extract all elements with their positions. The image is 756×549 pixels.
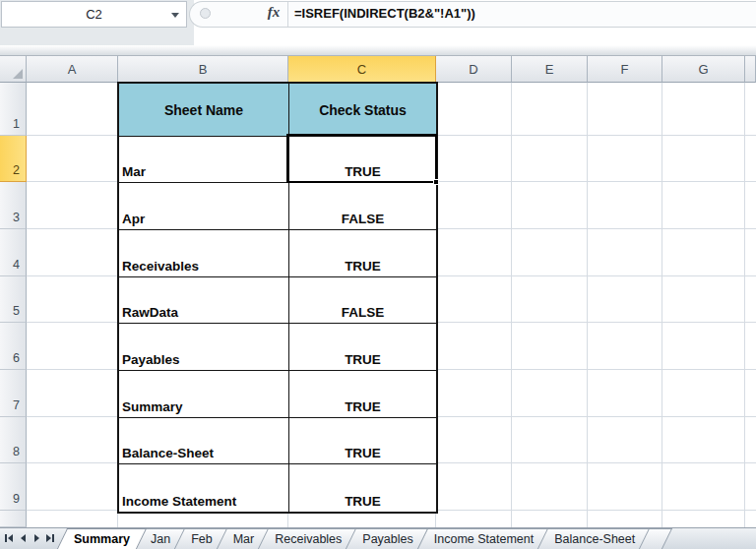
row-header-10-partial[interactable] bbox=[0, 511, 27, 527]
last-sheet-button[interactable] bbox=[44, 530, 56, 546]
row-header-4[interactable]: 4 bbox=[0, 229, 27, 276]
row-header-6[interactable]: 6 bbox=[0, 323, 27, 370]
column-header-g[interactable]: G bbox=[662, 56, 745, 83]
circle-gripper-icon bbox=[200, 8, 211, 19]
cell-b8[interactable]: Balance-Sheet bbox=[119, 418, 289, 464]
column-header-c-selected[interactable]: C bbox=[288, 56, 436, 83]
row-header-column: 1 2 3 4 5 6 7 8 9 bbox=[0, 83, 27, 527]
column-header-e[interactable]: E bbox=[512, 56, 588, 83]
formula-bar-divider bbox=[287, 2, 288, 27]
gridline bbox=[662, 83, 662, 527]
cell-b1[interactable]: Sheet Name bbox=[119, 84, 289, 137]
last-sheet-icon bbox=[46, 534, 51, 542]
column-header-d[interactable]: D bbox=[436, 56, 512, 83]
name-box-value: C2 bbox=[86, 7, 102, 22]
sheet-tab-partial[interactable] bbox=[642, 528, 669, 549]
cell-b7[interactable]: Summary bbox=[119, 371, 289, 418]
active-cell-selection bbox=[286, 134, 437, 183]
cell-c7[interactable]: TRUE bbox=[289, 371, 436, 418]
table-row: Receivables TRUE bbox=[119, 230, 436, 277]
gridline bbox=[511, 83, 512, 527]
tab-navigation bbox=[0, 527, 60, 549]
cell-c6[interactable]: TRUE bbox=[289, 324, 436, 371]
cell-c9[interactable]: TRUE bbox=[289, 464, 436, 512]
corner-triangle-icon bbox=[13, 69, 23, 79]
first-sheet-icon bbox=[5, 534, 7, 542]
insert-function-button[interactable]: fx bbox=[262, 4, 285, 24]
table-header-row: Sheet Name Check Status bbox=[119, 84, 436, 137]
column-header-row: A B C D E F G bbox=[0, 56, 756, 83]
next-sheet-button[interactable] bbox=[31, 530, 42, 546]
table-row: RawData FALSE bbox=[119, 277, 436, 324]
cell-b9[interactable]: Income Statement bbox=[119, 464, 289, 512]
gridline bbox=[744, 83, 745, 527]
cell-b3[interactable]: Apr bbox=[119, 183, 289, 230]
sheet-tab-receivables[interactable]: Receivables bbox=[261, 528, 355, 549]
cell-b6[interactable]: Payables bbox=[119, 324, 289, 371]
sheet-tab-payables[interactable]: Payables bbox=[348, 528, 426, 549]
column-header-a[interactable]: A bbox=[27, 56, 118, 83]
table-row: Summary TRUE bbox=[119, 371, 436, 418]
cell-c4[interactable]: TRUE bbox=[289, 230, 436, 277]
table-row: Income Statement TRUE bbox=[119, 464, 436, 512]
row-header-2-selected[interactable]: 2 bbox=[0, 136, 27, 182]
sheet-tab-income-statement[interactable]: Income Statement bbox=[420, 528, 547, 549]
toolbar-divider-band bbox=[0, 45, 756, 56]
table-row: Balance-Sheet TRUE bbox=[119, 418, 436, 464]
formula-bar: C2 fx =ISREF(INDIRECT(B2&"!A1")) bbox=[0, 0, 756, 45]
row-header-9[interactable]: 9 bbox=[0, 463, 27, 511]
cell-c1[interactable]: Check Status bbox=[289, 84, 436, 137]
row-header-8[interactable]: 8 bbox=[0, 417, 27, 463]
table-row: Apr FALSE bbox=[119, 183, 436, 230]
sheet-tab-bar: Summary Jan Feb Mar Receivables Payables… bbox=[0, 527, 756, 549]
column-header-b[interactable]: B bbox=[118, 56, 288, 83]
previous-sheet-button[interactable] bbox=[17, 530, 29, 546]
cell-c8[interactable]: TRUE bbox=[289, 418, 436, 464]
column-header-f[interactable]: F bbox=[588, 56, 662, 83]
name-box[interactable]: C2 bbox=[1, 1, 187, 28]
cell-c3[interactable]: FALSE bbox=[289, 183, 436, 230]
first-sheet-button[interactable] bbox=[3, 530, 15, 546]
row-header-7[interactable]: 7 bbox=[0, 370, 27, 417]
excel-window: C2 fx =ISREF(INDIRECT(B2&"!A1")) A B C D… bbox=[0, 0, 756, 549]
table-row: Payables TRUE bbox=[119, 324, 436, 371]
cell-c5[interactable]: FALSE bbox=[289, 277, 436, 324]
cell-b4[interactable]: Receivables bbox=[119, 230, 289, 277]
sheet-tab-summary[interactable]: Summary bbox=[60, 528, 144, 549]
column-header-h-partial[interactable] bbox=[745, 56, 756, 83]
formula-input[interactable]: =ISREF(INDIRECT(B2&"!A1")) bbox=[294, 0, 475, 28]
previous-sheet-icon bbox=[21, 534, 26, 542]
chevron-down-icon[interactable] bbox=[171, 13, 179, 18]
cell-b2[interactable]: Mar bbox=[119, 137, 289, 183]
sheet-tab-balance-sheet[interactable]: Balance-Sheet bbox=[540, 528, 649, 549]
next-sheet-icon bbox=[34, 534, 39, 542]
row-header-5[interactable]: 5 bbox=[0, 276, 27, 323]
cell-b5[interactable]: RawData bbox=[119, 277, 289, 324]
gridline bbox=[587, 83, 588, 527]
row-header-1[interactable]: 1 bbox=[0, 83, 27, 136]
row-header-3[interactable]: 3 bbox=[0, 182, 27, 229]
fill-handle[interactable] bbox=[433, 179, 439, 185]
select-all-button[interactable] bbox=[0, 56, 27, 83]
